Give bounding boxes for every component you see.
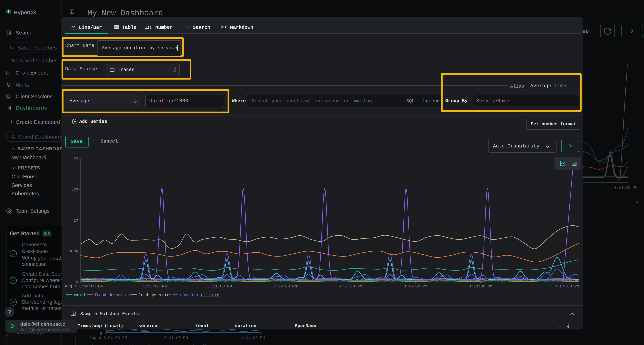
svg-text:Aug 4 3:04:00 PM: Aug 4 3:04:00 PM	[89, 336, 127, 340]
svg-text:load-generator: load-generator	[139, 293, 172, 298]
svg-text:3:53:00 PM: 3:53:00 PM	[469, 284, 492, 289]
svg-text:3:21:00 PM: 3:21:00 PM	[208, 284, 232, 289]
svg-text:4:04:00 PM: 4:04:00 PM	[614, 186, 638, 190]
svg-text:Aug 4 3:04:00 PM: Aug 4 3:04:00 PM	[65, 284, 103, 289]
svg-text:3:37:00 PM: 3:37:00 PM	[338, 284, 362, 289]
svg-text:3:45:00 PM: 3:45:00 PM	[404, 284, 427, 289]
svg-text:3:31:00 PM: 3:31:00 PM	[164, 336, 188, 340]
svg-text:1M: 1M	[74, 218, 78, 223]
svg-text:4:04:00 PM: 4:04:00 PM	[241, 336, 265, 340]
svg-text:500K: 500K	[69, 249, 78, 254]
svg-text:2M: 2M	[74, 157, 78, 161]
svg-text:1.5M: 1.5M	[69, 188, 78, 192]
svg-text:checkout: checkout	[180, 293, 199, 298]
svg-text:0: 0	[100, 332, 102, 336]
svg-text:4:04:00 PM: 4:04:00 PM	[556, 284, 579, 289]
svg-text:3:13:00 PM: 3:13:00 PM	[143, 284, 167, 289]
svg-text:fraud-detection: fraud-detection	[94, 293, 130, 298]
svg-text:0: 0	[76, 280, 78, 284]
svg-text:3:29:00 PM: 3:29:00 PM	[273, 284, 297, 289]
svg-text:+12 more: +12 more	[200, 293, 219, 298]
svg-text:email: email	[74, 293, 86, 298]
